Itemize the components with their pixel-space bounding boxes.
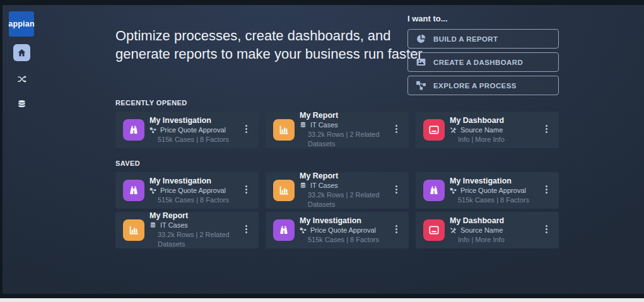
card-title: My Investigation — [149, 116, 229, 125]
card-source: Price Quote Approval — [160, 186, 226, 195]
card[interactable]: My Investigation Price Quote Approval 51… — [416, 172, 559, 209]
image-icon — [416, 57, 426, 67]
sidebar-item-home[interactable] — [13, 44, 30, 61]
card-tile — [273, 219, 295, 241]
card-source: Source Name — [460, 226, 503, 235]
section: RECENTLY OPENED My Investigation Price Q… — [115, 99, 560, 148]
binoculars-icon — [428, 185, 440, 196]
card-details: 515k Cases | 8 Factors — [308, 235, 379, 245]
kebab-menu-icon[interactable] — [543, 223, 550, 236]
create-a-dashboard-button[interactable]: CREATE A DASHBOARD — [407, 52, 559, 72]
card-tile — [423, 119, 445, 141]
card-details: 515k Cases | 8 Factors — [458, 195, 529, 205]
card-tile — [423, 219, 445, 241]
card-details: 515k Cases | 8 Factors — [158, 135, 229, 144]
build-a-report-button[interactable]: BUILD A REPORT — [407, 29, 559, 49]
card-source: Price Quote Approval — [310, 226, 376, 235]
sidebar-item-processes[interactable] — [13, 71, 30, 88]
process-icon — [416, 80, 426, 91]
database-icon — [300, 182, 307, 189]
tools-icon — [450, 127, 457, 134]
card[interactable]: My Report IT Cases 33.2k Rows | 2 Relate… — [266, 112, 409, 148]
kebab-menu-icon[interactable] — [543, 183, 550, 196]
card[interactable]: My Investigation Price Quote Approval 51… — [266, 212, 409, 248]
card-grid: My Investigation Price Quote Approval 51… — [115, 112, 560, 148]
home-icon — [17, 48, 26, 57]
kebab-menu-icon[interactable] — [243, 183, 250, 196]
action-button-label: BUILD A REPORT — [433, 35, 498, 43]
bar-chart-icon — [278, 185, 290, 196]
card-title: My Investigation — [300, 216, 379, 226]
bar-chart-icon — [278, 124, 290, 136]
card-tile — [273, 180, 295, 201]
process-icon — [300, 227, 307, 234]
card-details: Info | More Info — [458, 135, 505, 144]
card-source: IT Cases — [310, 120, 338, 130]
binoculars-icon — [278, 224, 290, 236]
card[interactable]: My Report IT Cases 33.2k Rows | 2 Relate… — [266, 172, 409, 209]
explore-a-process-button[interactable]: EXPLORE A PROCESS — [407, 76, 559, 95]
card-title: My Dashboard — [450, 116, 505, 125]
card-title: My Report — [149, 211, 251, 221]
process-icon — [149, 127, 156, 134]
app-surface: appian Optimize processes, create dashbo… — [3, 5, 644, 294]
card-title: My Dashboard — [450, 216, 505, 226]
card-source: Price Quote Approval — [160, 125, 226, 135]
kebab-menu-icon[interactable] — [243, 223, 250, 236]
action-button-label: EXPLORE A PROCESS — [433, 82, 517, 90]
card[interactable]: My Investigation Price Quote Approval 51… — [115, 172, 259, 209]
monitor-icon — [428, 224, 440, 236]
actions-list: BUILD A REPORT CREATE A DASHBOARD EXPLOR… — [407, 29, 559, 95]
card-title: My Report — [300, 171, 401, 181]
appian-logo[interactable]: appian — [9, 11, 34, 37]
card-source: IT Cases — [160, 221, 188, 230]
shuffle-icon — [17, 74, 26, 84]
page-title: Optimize processes, create dashboards, a… — [115, 26, 431, 63]
actions-panel: I want to... BUILD A REPORT CREATE A DAS… — [407, 14, 559, 99]
card-grid: My Investigation Price Quote Approval 51… — [115, 172, 560, 248]
card-details: 33.2k Rows | 2 Related Datasets — [308, 130, 401, 149]
card-source: Source Name — [460, 125, 503, 135]
pie-chart-icon — [416, 33, 426, 44]
kebab-menu-icon[interactable] — [543, 122, 550, 136]
card-details: 515k Cases | 8 Factors — [158, 195, 229, 205]
database-icon — [17, 100, 26, 109]
card-title: My Investigation — [450, 177, 529, 186]
sidebar: appian — [3, 5, 39, 294]
card[interactable]: My Investigation Price Quote Approval 51… — [115, 112, 259, 148]
database-icon — [300, 122, 307, 129]
tools-icon — [450, 227, 457, 234]
section-title: SAVED — [115, 160, 560, 167]
database-icon — [149, 222, 156, 229]
card-tile — [123, 119, 144, 141]
card-details: 33.2k Rows | 2 Related Datasets — [158, 230, 251, 249]
card-source: Price Quote Approval — [460, 186, 526, 195]
card[interactable]: My Dashboard Source Name Info | More Inf… — [416, 112, 559, 148]
card-details: 33.2k Rows | 2 Related Datasets — [308, 190, 401, 209]
monitor-icon — [428, 124, 440, 136]
card-title: My Report — [300, 111, 401, 120]
bar-chart-icon — [128, 224, 139, 236]
kebab-menu-icon[interactable] — [393, 183, 400, 196]
process-icon — [450, 187, 457, 194]
binoculars-icon — [128, 185, 139, 196]
process-icon — [149, 187, 156, 194]
card-details: Info | More Info — [458, 235, 505, 245]
section: SAVED My Investigation Price Quote Appro… — [115, 160, 560, 248]
kebab-menu-icon[interactable] — [393, 223, 400, 236]
binoculars-icon — [128, 124, 139, 136]
kebab-menu-icon[interactable] — [393, 122, 400, 136]
card-tile — [123, 219, 144, 241]
actions-label: I want to... — [407, 14, 559, 23]
card[interactable]: My Dashboard Source Name Info | More Inf… — [416, 212, 559, 248]
kebab-menu-icon[interactable] — [243, 122, 250, 136]
card-title: My Investigation — [149, 177, 229, 186]
action-button-label: CREATE A DASHBOARD — [433, 59, 523, 66]
card[interactable]: My Report IT Cases 33.2k Rows | 2 Relate… — [115, 212, 259, 248]
frame-bottom-edge — [0, 298, 644, 302]
card-tile — [123, 180, 144, 201]
section-title: RECENTLY OPENED — [115, 99, 560, 107]
sidebar-item-data[interactable] — [13, 96, 30, 113]
card-source: IT Cases — [310, 181, 338, 190]
card-tile — [273, 119, 295, 141]
